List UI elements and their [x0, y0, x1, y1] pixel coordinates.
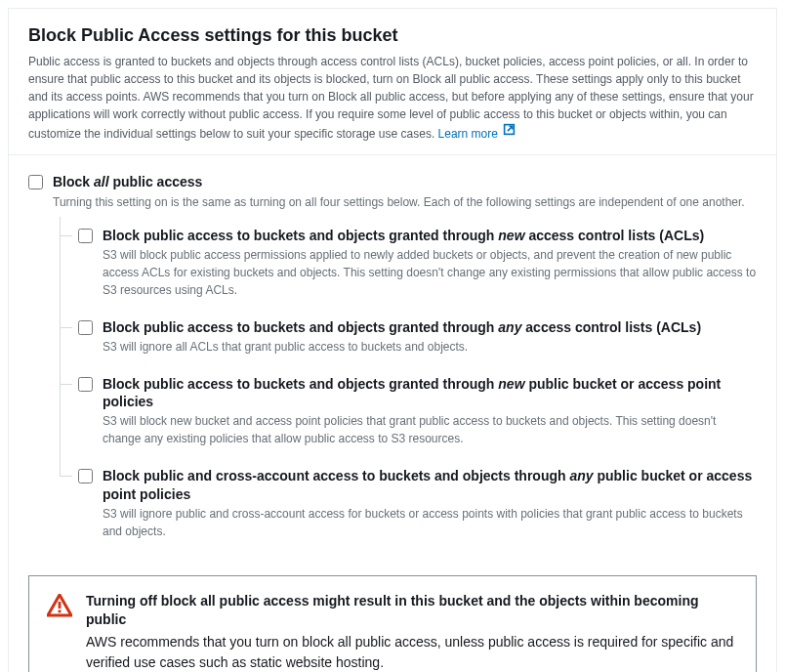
sub-option-new-acl-checkbox[interactable] [78, 229, 93, 243]
panel-header: Block Public Access settings for this bu… [9, 9, 776, 155]
sub-option-list: Block public access to buckets and objec… [60, 217, 757, 550]
sub-option-any-acl-label: Block public access to buckets and objec… [103, 318, 757, 336]
alert-content: Turning off block all public access migh… [86, 592, 738, 672]
block-all-label-pre: Block [53, 174, 94, 189]
alert-text: AWS recommends that you turn on block al… [86, 632, 738, 672]
sub-option-any-acl: Block public access to buckets and objec… [61, 309, 757, 365]
sub-option-new-policy: Block public access to buckets and objec… [61, 365, 757, 457]
panel-body: Block all public access Turning this set… [9, 155, 776, 672]
learn-more-link[interactable]: Learn more [438, 127, 516, 141]
sub-option-any-acl-sub: S3 will ignore all ACLs that grant publi… [103, 338, 757, 356]
svg-rect-1 [59, 602, 62, 609]
sub-option-new-policy-label: Block public access to buckets and objec… [103, 375, 757, 410]
svg-rect-2 [59, 609, 62, 612]
alert-title: Turning off block all public access migh… [86, 592, 738, 630]
block-all-option: Block all public access Turning this set… [28, 173, 757, 549]
warning-icon [47, 594, 72, 621]
sub-option-new-acl-sub: S3 will block public access permissions … [103, 246, 757, 299]
block-all-content: Block all public access Turning this set… [53, 173, 757, 549]
sub-option-new-acl-label: Block public access to buckets and objec… [103, 227, 757, 244]
sub-option-any-policy-checkbox[interactable] [78, 469, 93, 483]
sub-option-any-acl-checkbox[interactable] [78, 320, 93, 335]
panel-description-text: Public access is granted to buckets and … [28, 55, 754, 141]
sub-option-new-policy-checkbox[interactable] [78, 377, 93, 392]
block-all-label-post: public access [109, 174, 203, 189]
block-all-sub: Turning this setting on is the same as t… [53, 193, 757, 211]
block-all-label-em: all [94, 174, 109, 189]
warning-alert: Turning off block all public access migh… [28, 575, 757, 672]
external-link-icon [503, 123, 516, 141]
sub-option-any-policy-sub: S3 will ignore public and cross-account … [103, 505, 757, 540]
block-public-access-panel: Block Public Access settings for this bu… [8, 8, 777, 672]
sub-option-any-policy: Block public and cross-account access to… [61, 457, 757, 549]
block-all-checkbox[interactable] [28, 175, 43, 189]
sub-option-any-policy-label: Block public and cross-account access to… [103, 467, 757, 502]
panel-title: Block Public Access settings for this bu… [28, 24, 757, 47]
panel-description: Public access is granted to buckets and … [28, 53, 757, 143]
sub-option-new-acl: Block public access to buckets and objec… [61, 217, 757, 309]
sub-option-new-policy-sub: S3 will block new bucket and access poin… [103, 412, 757, 447]
learn-more-label: Learn more [438, 127, 498, 141]
block-all-label: Block all public access [53, 173, 757, 190]
